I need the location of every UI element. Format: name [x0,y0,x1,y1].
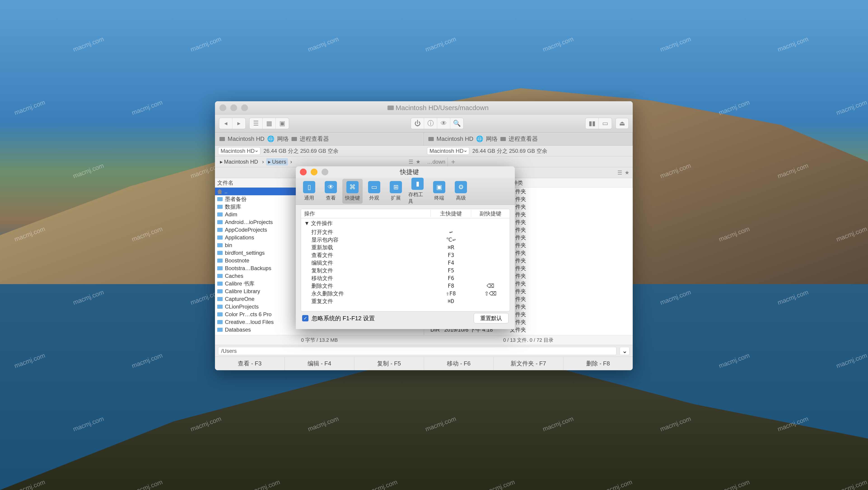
folder-icon [217,197,223,201]
prefs-tab-general[interactable]: ▯ 通用 [299,179,319,204]
back-button[interactable] [219,118,232,129]
action-copy[interactable]: 复制 - F5 [354,357,424,370]
breadcrumb-segment[interactable]: ▸ Users [266,158,288,166]
hotkey-row[interactable]: 显示包内容℃↩ [301,236,509,243]
col-primary[interactable]: 主快捷键 [431,210,471,217]
folder-icon [217,305,223,309]
status-left: 0 字节 / 13.2 MB [215,335,424,345]
tab-disk-label[interactable]: Macintosh HD [436,135,473,142]
star-icon[interactable]: ★ [625,170,629,176]
ignore-fkeys-checkbox[interactable]: ✓ [302,315,308,321]
column-header-kind[interactable]: 种类 [510,178,633,188]
folder-icon [217,297,223,301]
hotkey-section-header[interactable]: ▼文件操作 [301,218,509,228]
view-list-button[interactable]: ☰ [249,118,262,129]
window-close-button[interactable] [300,169,307,175]
action-edit[interactable]: 编辑 - F4 [285,357,354,370]
monitor-icon [291,137,297,141]
window-close-button[interactable] [219,105,226,111]
palette-icon: ▭ [368,181,380,193]
folder-icon [217,289,223,293]
list-icon[interactable]: ☰ [617,170,622,176]
sync-panes-button[interactable]: ▭ [599,118,612,129]
toolbar: ☰ ▦ ▣ ⏻ ⓘ 👁 🔍 ▮▮ ▭ ⏏ [215,114,633,133]
preview-button[interactable]: 👁 [437,118,450,129]
window-zoom-button[interactable] [321,169,328,175]
hotkey-row[interactable]: 复制文件F5 [301,267,509,275]
reset-defaults-button[interactable]: 重置默认 [474,313,508,323]
forward-button[interactable] [232,118,245,129]
monitor-icon [500,137,506,141]
window-zoom-button[interactable] [241,105,248,111]
hotkey-row[interactable]: 重复文件⌘D [301,297,509,305]
view-icons-button[interactable]: ▣ [276,118,289,129]
prefs-tab-view[interactable]: 👁 查看 [321,179,341,204]
prefs-tab-extensions[interactable]: ⊞ 扩展 [386,179,406,204]
path-history-dropdown[interactable]: ⌄ [620,347,629,355]
toggle-hidden-button[interactable]: ⏻ [411,118,424,129]
hotkey-row[interactable]: 重新加载⌘R [301,243,509,251]
view-columns-button[interactable]: ▦ [262,118,276,129]
hotkey-row[interactable]: 永久删除文件⇧F8⇧⌫ [301,290,509,297]
eject-button[interactable]: ⏏ [616,118,629,129]
hotkey-row[interactable]: 删除文件F8⌫ [301,282,509,290]
tab-procview-label[interactable]: 进程查看器 [300,135,329,143]
folder-icon [217,235,223,239]
disk-selector[interactable]: Macintosh HD [218,147,260,155]
window-minimize-button[interactable] [230,105,237,111]
prefs-tab-hotkeys[interactable]: ⌘ 快捷键 [342,179,363,204]
drive-icon [388,106,394,110]
hotkey-list[interactable]: ▼文件操作打开文件↩显示包内容℃↩重新加载⌘R查看文件F3编辑文件F4复制文件F… [301,218,510,312]
prefs-tab-archive[interactable]: ▮ 存档工具 [407,175,428,207]
tab-disk-label[interactable]: Macintosh HD [227,135,265,142]
prefs-tab-advanced[interactable]: ⚙ 高级 [451,179,471,204]
tab-procview-label[interactable]: 进程查看器 [508,135,538,143]
hotkey-row[interactable]: 移动文件F6 [301,275,509,282]
action-delete[interactable]: 删除 - F8 [563,357,633,370]
action-view[interactable]: 查看 - F3 [215,357,285,370]
disk-info-bar: Macintosh HD 26.44 GB 分之 250.69 GB 空余 Ma… [215,146,633,156]
info-button[interactable]: ⓘ [424,118,437,129]
prefs-tab-appearance[interactable]: ▭ 外观 [364,179,384,204]
tab-network-label[interactable]: 网络 [486,135,498,143]
drives-tabbar: Macintosh HD 🌐网络 进程查看器 Macintosh HD 🌐网络 … [215,133,633,146]
disk-selector[interactable]: Macintosh HD [427,147,469,155]
path-input[interactable]: /Users [218,347,616,355]
breadcrumb-segment[interactable]: ▸ Macintosh HD [218,158,260,166]
dual-pane-button[interactable]: ▮▮ [586,118,599,129]
action-newfolder[interactable]: 新文件夹 - F7 [494,357,563,370]
drive-icon [219,137,225,141]
star-icon[interactable]: ★ [416,158,421,165]
tab-network-label[interactable]: 网络 [277,135,289,143]
command-icon: ⌘ [346,181,359,193]
list-icon[interactable]: ☰ [408,158,413,165]
titlebar[interactable]: Macintosh HD/Users/macdown [215,101,633,114]
path-bar: /Users ⌄ [215,345,633,357]
disk-space-label: 26.44 GB 分之 250.69 GB 空余 [472,147,547,154]
folder-icon [217,205,223,209]
status-right: 0 / 13 文件. 0 / 72 目录 [424,335,633,345]
preferences-window: 快捷键 ▯ 通用 👁 查看 ⌘ 快捷键 ▭ 外观 ⊞ 扩展 ▮ 存档工具 ▣ [296,166,515,329]
disclosure-triangle-icon: ▼ [304,220,310,227]
col-secondary[interactable]: 副快捷键 [471,210,509,217]
disk-space-label: 26.44 GB 分之 250.69 GB 空余 [264,147,339,154]
folder-icon [217,274,223,278]
add-tab-button[interactable]: ＋ [447,157,458,166]
left-drives-tab: Macintosh HD 🌐网络 进程查看器 [215,133,424,145]
action-move[interactable]: 移动 - F6 [424,357,494,370]
quicklook-button[interactable]: 🔍 [450,118,463,129]
folder-icon [217,282,223,286]
archive-icon: ▮ [411,178,424,190]
prefs-tab-terminal[interactable]: ▣ 终端 [429,179,450,204]
folder-icon [217,220,223,224]
window-minimize-button[interactable] [311,169,317,175]
hotkey-row[interactable]: 编辑文件F4 [301,259,509,267]
hotkey-row[interactable]: 打开文件↩ [301,228,509,236]
folder-icon [217,259,223,263]
folder-icon [217,243,223,247]
prefs-titlebar[interactable]: 快捷键 [296,166,515,178]
gear-icon: ⚙ [455,181,467,193]
hotkey-row[interactable]: 查看文件F3 [301,251,509,259]
prefs-title: 快捷键 [328,168,491,176]
col-action[interactable]: 操作 [301,210,431,217]
